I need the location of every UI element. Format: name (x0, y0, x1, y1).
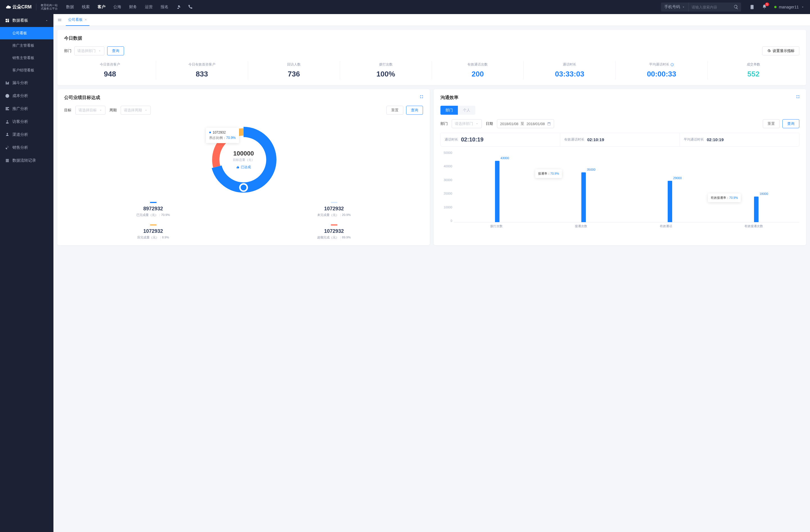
sidebar-item-label: 访客分析 (12, 119, 28, 124)
goal-query-button[interactable]: 查询 (406, 106, 423, 115)
status-dot-icon (774, 6, 777, 8)
goal-reset-button[interactable]: 重置 (386, 106, 403, 115)
sidebar-item-3[interactable]: 访客分析 (0, 115, 53, 128)
nav-item-0[interactable]: 数据 (66, 4, 74, 10)
sidebar-item-label: 渠道分析 (12, 132, 28, 137)
chart-tooltip: 有效接通率：70.9% (708, 194, 741, 202)
thumbs-up-icon (236, 166, 240, 169)
seg-dept[interactable]: 部门 (440, 106, 458, 115)
kpi-settings-button[interactable]: 设置显示指标 (762, 46, 799, 55)
stat-cell: 有效通话时长02:10:19 (560, 133, 680, 146)
nav-item-3[interactable]: 公海 (113, 4, 121, 10)
donut-center-value: 100000 (233, 150, 254, 157)
target-select[interactable]: 请选择目标 (75, 106, 106, 115)
top-header: 云朵CRM 教育机构一站 式服务云平台 数据线索客户公海财务运营报名 手机号码 (0, 0, 810, 14)
search-button[interactable] (731, 2, 741, 12)
stat-label: 通话时长 (445, 137, 458, 142)
sidebar-item-6[interactable]: 数据流转记录 (0, 154, 53, 167)
kpi-cell: 通话时长03:33:03 (524, 61, 616, 80)
legend-item: 1072932应完成量（元）|8.9% (64, 225, 242, 239)
info-icon (670, 63, 674, 66)
chevron-up-icon (45, 19, 48, 22)
sidebar-sub-1[interactable]: 推广主管看板 (0, 39, 53, 52)
comm-card: 沟通效率 部门 个人 部门 请选择部门 日期 (434, 89, 806, 245)
chevron-down-icon (98, 49, 101, 53)
phone-icon[interactable] (188, 4, 193, 10)
legend-value: 8972932 (64, 206, 242, 212)
kpi-value: 736 (250, 70, 338, 79)
kpi-value: 00:00:33 (617, 70, 706, 79)
sidebar-group-dashboard[interactable]: 数据看板 (0, 14, 53, 27)
today-query-button[interactable]: 查询 (107, 46, 124, 55)
comm-query-button[interactable]: 查询 (782, 119, 799, 128)
tab-company-board[interactable]: 公司看板 (66, 14, 90, 26)
kpi-label: 回访人数 (250, 62, 338, 67)
bar-chart: 50000400003000020000100000 4300035000290… (440, 151, 799, 230)
nav-item-6[interactable]: 报名 (161, 4, 168, 10)
y-tick: 20000 (440, 192, 452, 195)
expand-icon[interactable] (796, 95, 800, 99)
search-type-select[interactable]: 手机号码 (661, 2, 689, 12)
date-range-picker[interactable]: 2018/01/08 至 2018/01/08 (497, 119, 554, 128)
add-user-icon[interactable] (176, 4, 181, 10)
notification-badge: 5 (765, 2, 770, 6)
dept-select[interactable]: 请选择部门 (74, 46, 104, 55)
kpi-value: 552 (709, 70, 798, 79)
stat-value: 02:10:19 (587, 137, 604, 142)
stat-value: 02:10:19 (461, 136, 484, 143)
sidebar-item-5[interactable]: 销售分析 (0, 141, 53, 154)
legend-label: 应完成量（元）|8.9% (64, 235, 242, 239)
sidebar-item-label: 销售分析 (12, 145, 28, 150)
sidebar-sub-3[interactable]: 客户经理看板 (0, 64, 53, 77)
seg-person[interactable]: 个人 (458, 106, 475, 115)
legend-value: 1072932 (245, 206, 423, 212)
kpi-value: 03:33:03 (525, 70, 614, 79)
nav-item-5[interactable]: 运营 (145, 4, 153, 10)
kpi-cell: 今日有效首咨客户833 (156, 61, 248, 80)
stat-cell: 平均通话时长02:10:19 (680, 133, 799, 146)
tabs-bar: 公司看板 (53, 14, 810, 26)
kpi-cell: 成交单数552 (708, 61, 799, 80)
nav-item-4[interactable]: 财务 (129, 4, 137, 10)
user-menu[interactable]: manager11 (774, 5, 804, 9)
mobile-icon[interactable] (749, 4, 755, 10)
sidebar-item-2[interactable]: 推广分析 (0, 102, 53, 115)
nav-item-1[interactable]: 线索 (82, 4, 90, 10)
sidebar-icon (5, 94, 10, 98)
x-tick: 有效接通次数 (744, 224, 763, 228)
y-tick: 40000 (440, 165, 452, 168)
kpi-cell: 平均通话时长00:00:33 (616, 61, 708, 80)
kpi-label: 有效通话次数 (434, 62, 522, 67)
period-select[interactable]: 请选择周期 (121, 106, 151, 115)
sidebar-item-1[interactable]: 成本分析 (0, 89, 53, 102)
comm-reset-button[interactable]: 重置 (763, 119, 780, 128)
bar-value-label: 43000 (501, 156, 509, 160)
sidebar-item-0[interactable]: 漏斗分析 (0, 77, 53, 89)
expand-icon[interactable] (420, 95, 424, 99)
legend-item: 1072932未完成量（元）|20.9% (245, 202, 423, 217)
search-icon (733, 4, 739, 10)
kpi-cell: 今日首咨客户948 (64, 61, 156, 80)
sidebar-item-4[interactable]: 渠道分析 (0, 128, 53, 141)
goal-title: 公司业绩目标达成 (64, 95, 423, 101)
bar-value-label: 35000 (587, 168, 596, 171)
today-title: 今日数据 (64, 35, 799, 41)
target-label: 目标 (64, 108, 71, 113)
legend-value: 1072932 (245, 228, 423, 234)
comm-dept-select[interactable]: 请选择部门 (452, 119, 482, 128)
search-input[interactable] (689, 2, 731, 12)
user-name: manager11 (779, 5, 799, 9)
sidebar-item-label: 漏斗分析 (12, 80, 28, 85)
nav-item-2[interactable]: 客户 (98, 4, 106, 10)
legend-label: 未完成量（元）|20.9% (245, 213, 423, 217)
sidebar-sub-2[interactable]: 销售主管看板 (0, 52, 53, 64)
close-icon[interactable] (84, 18, 87, 21)
notification-bell[interactable]: 5 (762, 4, 767, 10)
kpi-value: 948 (66, 70, 154, 79)
stat-label: 平均通话时长 (684, 137, 704, 142)
brand-sub: 教育机构一站 式服务云平台 (41, 4, 58, 11)
period-label: 周期 (109, 108, 117, 113)
hamburger-icon[interactable] (58, 18, 62, 22)
search-box: 手机号码 (661, 2, 741, 12)
sidebar-sub-0[interactable]: 公司看板 (0, 27, 53, 39)
